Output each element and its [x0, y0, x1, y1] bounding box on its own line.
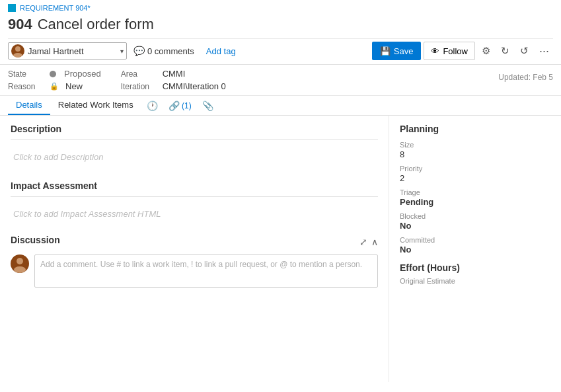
assignee-avatar [11, 44, 24, 58]
area-field: Area CMMI [121, 69, 226, 79]
add-tag-button[interactable]: Add tag [201, 42, 241, 59]
size-value[interactable]: 8 [400, 149, 550, 159]
fields-left: State Proposed Reason 🔒 New [8, 69, 101, 91]
impact-title: Impact Assessment [11, 180, 378, 191]
size-field: Size 8 [400, 141, 550, 159]
impact-input[interactable]: Click to add Impact Assessment HTML [11, 204, 378, 224]
triage-value[interactable]: Pending [400, 197, 550, 207]
link-icon: 🔗 [168, 100, 180, 111]
state-value[interactable]: Proposed [64, 69, 101, 79]
triage-label: Triage [400, 188, 550, 196]
gear-icon: ⚙ [482, 45, 490, 57]
more-icon: ··· [539, 44, 549, 58]
toolbar-row: Jamal Hartnett ▾ 💬 0 comments Add tag 💾 … [8, 38, 553, 64]
area-value[interactable]: CMMI [163, 69, 186, 79]
requirement-icon [8, 4, 16, 12]
tab-details[interactable]: Details [8, 96, 50, 115]
original-estimate-field: Original Estimate [400, 277, 550, 285]
comment-icon: 💬 [133, 46, 145, 56]
priority-value[interactable]: 2 [400, 173, 550, 183]
save-button[interactable]: 💾 Save [372, 42, 422, 60]
impact-section: Impact Assessment Click to add Impact As… [11, 180, 378, 224]
state-field: State Proposed [8, 69, 101, 79]
assignee-name: Jamal Hartnett [28, 46, 118, 56]
refresh-button[interactable]: ↻ [497, 42, 513, 60]
blocked-value[interactable]: No [400, 221, 550, 231]
fields-center: Area CMMI Iteration CMMI\Iteration 0 [121, 69, 226, 91]
impact-divider [11, 196, 378, 197]
links-badge: (1) [180, 101, 192, 110]
discussion-section: Discussion ⤢ ∧ Add a comment. Use # to l… [11, 235, 378, 288]
comments-label: 0 comments [147, 46, 194, 56]
committed-label: Committed [400, 236, 550, 244]
state-dot [50, 71, 56, 77]
iteration-label: Iteration [121, 82, 157, 91]
description-section: Description Click to add Description [11, 124, 378, 167]
iteration-value[interactable]: CMMI\Iteration 0 [163, 81, 226, 91]
description-title: Description [11, 124, 378, 134]
reason-value[interactable]: New [65, 81, 83, 91]
commenter-avatar [11, 255, 29, 273]
planning-title: Planning [400, 124, 550, 134]
comment-box[interactable]: Add a comment. Use # to link a work item… [34, 255, 378, 288]
tabs-row: Details Related Work Items 🕐 🔗 (1) 📎 [0, 96, 561, 116]
assignee-dropdown[interactable]: Jamal Hartnett ▾ [8, 42, 127, 59]
svg-point-2 [17, 258, 23, 264]
description-input[interactable]: Click to add Description [11, 147, 378, 167]
comments-button[interactable]: 💬 0 comments [127, 42, 201, 59]
size-label: Size [400, 141, 550, 149]
settings-button[interactable]: ⚙ [478, 42, 494, 60]
discussion-header: Discussion ⤢ ∧ [11, 235, 378, 249]
left-panel: Description Click to add Description Imp… [0, 116, 389, 382]
expand-icon[interactable]: ⤢ [359, 237, 367, 247]
committed-field: Committed No [400, 236, 550, 255]
iteration-field: Iteration CMMI\Iteration 0 [121, 81, 226, 91]
save-label: Save [394, 46, 414, 56]
attachment-tab-button[interactable]: 📎 [197, 98, 219, 114]
top-bar: REQUIREMENT 904* 904 Cancel order form J… [0, 0, 561, 65]
main-content: Description Click to add Description Imp… [0, 116, 561, 382]
history-tab-button[interactable]: 🕐 [141, 98, 163, 114]
history-icon: 🕐 [147, 100, 158, 111]
work-item-title: Cancel order form [38, 16, 154, 33]
title-row: 904 Cancel order form [8, 15, 553, 38]
priority-field: Priority 2 [400, 165, 550, 183]
more-button[interactable]: ··· [535, 42, 553, 60]
priority-label: Priority [400, 165, 550, 173]
reason-label: Reason [8, 82, 44, 91]
blocked-field: Blocked No [400, 212, 550, 231]
svg-point-3 [14, 266, 26, 273]
tab-related[interactable]: Related Work Items [50, 96, 141, 115]
right-panel: Planning Size 8 Priority 2 Triage Pendin… [389, 116, 561, 382]
updated-field: Updated: Feb 5 [498, 69, 553, 82]
breadcrumb-text: REQUIREMENT 904* [20, 4, 91, 12]
tab-details-label: Details [16, 100, 42, 110]
follow-icon: 👁 [431, 46, 439, 56]
discussion-icons: ⤢ ∧ [359, 237, 378, 247]
refresh-icon: ↻ [501, 45, 509, 57]
comment-placeholder: Add a comment. Use # to link a work item… [40, 260, 362, 269]
svg-point-0 [15, 46, 20, 52]
toolbar-right: 💾 Save 👁 Follow ⚙ ↻ ↺ ··· [372, 42, 553, 60]
collapse-icon[interactable]: ∧ [371, 237, 378, 247]
committed-value[interactable]: No [400, 245, 550, 255]
tab-related-label: Related Work Items [58, 100, 133, 110]
svg-point-1 [13, 53, 22, 58]
reason-field: Reason 🔒 New [8, 81, 101, 91]
breadcrumb: REQUIREMENT 904* [8, 4, 553, 15]
links-tab-button[interactable]: 🔗 (1) [163, 98, 197, 114]
follow-label: Follow [443, 46, 468, 56]
effort-title: Effort (Hours) [400, 262, 550, 273]
lock-icon: 🔒 [50, 82, 59, 91]
description-divider [11, 139, 378, 140]
chevron-down-icon: ▾ [120, 48, 124, 55]
undo-button[interactable]: ↺ [516, 42, 533, 60]
original-estimate-label: Original Estimate [400, 277, 550, 285]
discussion-title: Discussion [11, 235, 60, 245]
follow-button[interactable]: 👁 Follow [424, 42, 475, 60]
work-item-id: 904 [8, 16, 32, 33]
state-label: State [8, 69, 44, 79]
blocked-label: Blocked [400, 212, 550, 220]
comment-row: Add a comment. Use # to link a work item… [11, 255, 378, 288]
triage-field: Triage Pending [400, 188, 550, 207]
